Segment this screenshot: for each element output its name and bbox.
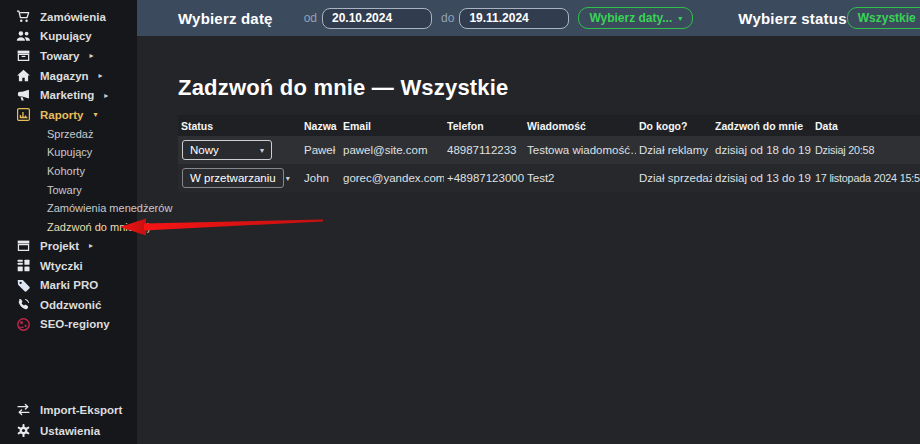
col-header-data: Data [812, 120, 920, 132]
sidebar-subitem-zadzwon-do-mnie[interactable]: Zadzwoń do mnie (2) [0, 218, 137, 237]
cell-nazwa: John [301, 172, 340, 184]
bin-icon [15, 238, 31, 253]
sidebar-item-marketing[interactable]: Marketing ▸ [0, 85, 137, 105]
col-header-nazwa: Nazwa [301, 120, 340, 132]
cart-icon [15, 9, 31, 24]
cell-nazwa: Paweł [301, 144, 340, 156]
chevron-right-icon: ▸ [89, 51, 93, 60]
sidebar-item-label: Marki PRO [40, 279, 98, 291]
sidebar-item-oddzwonic[interactable]: Oddzwonić [0, 295, 137, 315]
box-icon [15, 48, 31, 63]
subitem-label: Kohorty [47, 165, 85, 177]
cell-telefon: 48987112233 [444, 144, 524, 156]
sidebar-item-label: Marketing [40, 89, 94, 101]
status-section-title: Wybierz status [738, 10, 846, 27]
status-select-value: Nowy [190, 144, 219, 156]
cell-do-kogo: Dział sprzedaży [636, 172, 712, 184]
sidebar-item-towary[interactable]: Towary ▸ [0, 46, 137, 66]
sidebar-item-zamowienia[interactable]: Zamówienia [0, 7, 137, 27]
col-header-do-kogo: Do kogo? [636, 120, 712, 132]
cell-do-kogo: Dział reklamy [636, 144, 712, 156]
sidebar-item-label: Projekt [40, 240, 79, 252]
chevron-right-icon: ▸ [99, 71, 103, 80]
cell-wiadomosc: Test2 [524, 172, 636, 184]
subitem-label: Sprzedaż [47, 128, 93, 140]
subitem-label: Zadzwoń do mnie (2) [47, 221, 150, 233]
date-section-title: Wybierz datę [178, 10, 273, 27]
date-preset-label: Wybierz daty... [589, 11, 672, 25]
bar-chart-icon [15, 107, 31, 122]
sidebar-item-label: Zamówienia [40, 11, 106, 23]
status-select-value: W przetwarzaniu [190, 172, 276, 184]
sidebar-item-label: Raporty [40, 109, 83, 121]
chevron-right-icon: ▸ [89, 241, 93, 250]
status-filter-dropdown[interactable]: Wszystkie ▾ [847, 7, 920, 29]
app-root: Zamówienia Kupujący Towary ▸ Magazyn ▸ M… [0, 0, 920, 444]
sidebar-item-label: Ustawienia [40, 425, 100, 437]
status-select[interactable]: W przetwarzaniu ▾ [182, 168, 284, 188]
globe-icon [15, 317, 31, 332]
sidebar-subitem-kupujacy[interactable]: Kupujący [0, 143, 137, 162]
sidebar-item-label: Oddzwonić [40, 299, 101, 311]
sidebar-subitem-kohorty[interactable]: Kohorty [0, 162, 137, 181]
tag-icon [15, 278, 31, 293]
sidebar: Zamówienia Kupujący Towary ▸ Magazyn ▸ M… [0, 0, 137, 444]
sidebar-item-label: SEO-regiony [40, 318, 110, 330]
from-label: od [304, 11, 317, 25]
phone-icon [15, 297, 31, 312]
sidebar-item-projekt[interactable]: Projekt ▸ [0, 236, 137, 256]
main-content: Zadzwoń do mnie — Wszystkie Status Nazwa… [137, 36, 920, 444]
sidebar-item-raporty[interactable]: Raporty ▾ [0, 105, 137, 125]
sidebar-item-seo-regiony[interactable]: SEO-regiony [0, 315, 137, 335]
date-to-input[interactable] [459, 8, 569, 29]
chevron-down-icon: ▾ [93, 110, 97, 119]
col-header-wiadomosc: Wiadomość [524, 120, 636, 132]
subitem-label: Kupujący [47, 146, 92, 158]
cell-email: pawel@site.com [340, 144, 444, 156]
subitem-label: Zamówienia menedżerów [47, 202, 172, 214]
status-select[interactable]: Nowy ▾ [182, 140, 272, 160]
col-header-zadzwon: Zadzwoń do mnie [712, 120, 812, 132]
topbar: Wybierz datę od do Wybierz daty... ▾ Wyb… [137, 0, 920, 36]
chevron-right-icon: ▸ [104, 91, 108, 100]
sidebar-item-kupujacy[interactable]: Kupujący [0, 27, 137, 47]
sidebar-item-import-eksport[interactable]: Import-Eksport [0, 399, 137, 420]
sidebar-item-label: Wtyczki [40, 260, 83, 272]
grid-icon [15, 258, 31, 273]
sidebar-subitem-towary[interactable]: Towary [0, 180, 137, 199]
col-header-email: Email [340, 120, 444, 132]
sidebar-bottom-section: Import-Eksport Ustawienia [0, 399, 137, 441]
table-row: W przetwarzaniu ▾ John gorec@yandex.com … [178, 164, 920, 192]
sidebar-item-label: Import-Eksport [40, 404, 122, 416]
content-column: Wybierz datę od do Wybierz daty... ▾ Wyb… [137, 0, 920, 444]
users-icon [15, 29, 31, 44]
col-header-telefon: Telefon [444, 120, 524, 132]
gear-icon [15, 423, 31, 438]
sidebar-item-magazyn[interactable]: Magazyn ▸ [0, 66, 137, 86]
sidebar-item-wtyczki[interactable]: Wtyczki [0, 256, 137, 276]
home-icon [15, 68, 31, 83]
to-label: do [441, 11, 454, 25]
sidebar-subitem-zamowienia-menedzerow[interactable]: Zamówienia menedżerów [0, 199, 137, 218]
date-from-input[interactable] [322, 8, 432, 29]
megaphone-icon [15, 88, 31, 103]
table-row: Nowy ▾ Paweł pawel@site.com 48987112233 … [178, 136, 920, 164]
sidebar-item-marki-pro[interactable]: Marki PRO [0, 275, 137, 295]
sidebar-item-label: Towary [40, 50, 79, 62]
chevron-down-icon: ▾ [286, 174, 290, 183]
col-header-status: Status [178, 120, 301, 132]
cell-zadzwon: dzisiaj od 13 do 19 [712, 172, 812, 184]
chevron-down-icon: ▾ [678, 14, 682, 23]
cell-data: 17 listopada 2024 15:52 [812, 172, 920, 184]
arrows-icon [15, 402, 31, 417]
sidebar-item-label: Magazyn [40, 70, 89, 82]
sidebar-subitem-sprzedaz[interactable]: Sprzedaż [0, 125, 137, 144]
cell-email: gorec@yandex.com [340, 172, 444, 184]
chevron-down-icon: ▾ [260, 146, 264, 155]
table-header-row: Status Nazwa Email Telefon Wiadomość Do … [178, 115, 920, 136]
cell-zadzwon: dzisiaj od 18 do 19 [712, 144, 812, 156]
sidebar-item-ustawienia[interactable]: Ustawienia [0, 420, 137, 441]
date-preset-dropdown[interactable]: Wybierz daty... ▾ [578, 7, 693, 29]
page-title: Zadzwoń do mnie — Wszystkie [178, 75, 920, 101]
cell-data: Dzisiaj 20:58 [812, 144, 920, 156]
